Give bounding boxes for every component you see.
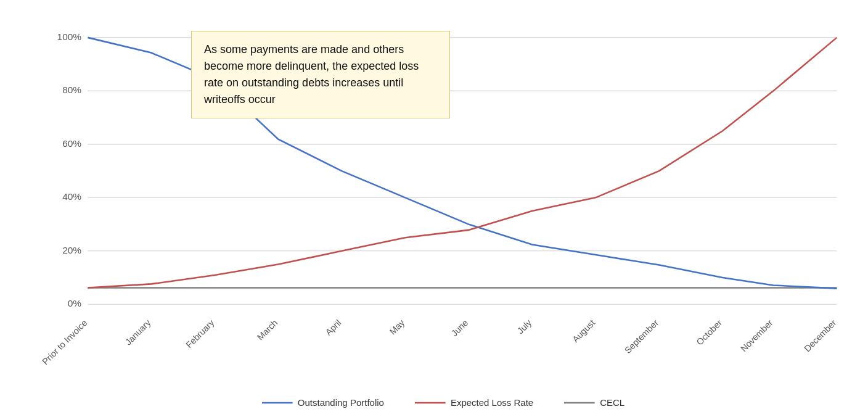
- y-label-0: 0%: [68, 298, 82, 308]
- legend-label-expected-loss: Expected Loss Rate: [451, 397, 533, 408]
- chart-container: 100% 80% 60% 40% 20% 0% Prior to Invoice…: [0, 0, 868, 417]
- x-label-sep: September: [623, 318, 660, 355]
- legend-label-portfolio: Outstanding Portfolio: [298, 397, 384, 408]
- x-label-oct: October: [695, 318, 724, 347]
- legend-item-cecl: CECL: [564, 397, 624, 408]
- legend-line-expected-loss: [415, 400, 446, 406]
- x-label-jun: June: [449, 318, 470, 338]
- x-label-mar: March: [255, 318, 280, 342]
- x-label-jul: July: [515, 317, 534, 336]
- annotation-box: As some payments are made and others bec…: [191, 31, 450, 118]
- legend-item-portfolio: Outstanding Portfolio: [262, 397, 384, 408]
- chart-area: 100% 80% 60% 40% 20% 0% Prior to Invoice…: [37, 12, 850, 368]
- x-label-apr: April: [324, 318, 343, 337]
- x-label-nov: November: [739, 318, 774, 353]
- x-label-jan: January: [123, 317, 153, 347]
- y-label-20: 20%: [62, 245, 81, 255]
- legend-line-cecl: [564, 400, 595, 406]
- y-label-80: 80%: [62, 85, 81, 95]
- annotation-text: As some payments are made and others bec…: [204, 43, 419, 105]
- x-label-dec: December: [802, 318, 838, 353]
- x-label-feb: February: [184, 317, 216, 350]
- legend-line-portfolio: [262, 400, 293, 406]
- x-label-may: May: [388, 317, 407, 336]
- chart-legend: Outstanding Portfolio Expected Loss Rate…: [262, 397, 624, 408]
- y-label-60: 60%: [62, 138, 81, 149]
- legend-item-expected-loss: Expected Loss Rate: [415, 397, 533, 408]
- legend-label-cecl: CECL: [600, 397, 624, 408]
- y-label-100: 100%: [57, 31, 82, 42]
- x-label-prior: Prior to Invoice: [40, 318, 89, 366]
- x-label-aug: August: [570, 318, 597, 344]
- y-label-40: 40%: [62, 191, 81, 202]
